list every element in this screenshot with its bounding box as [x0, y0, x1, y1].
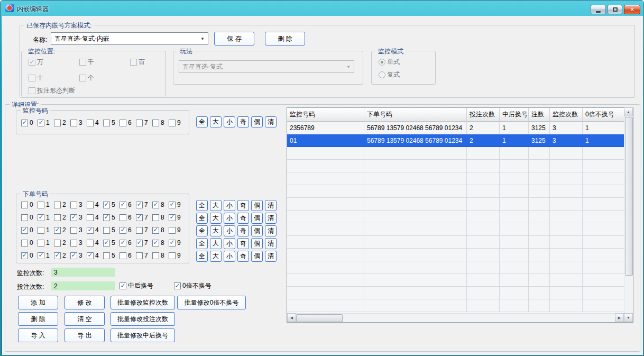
monitor-filter-all-button[interactable]: 全	[196, 116, 208, 127]
horizontal-scrollbar-thumb[interactable]	[296, 314, 343, 322]
table-header-col-2[interactable]: 投注次数	[467, 108, 500, 122]
order-row-1-digit-9-checkbox[interactable]	[169, 202, 176, 208]
order-row-1-filter-clear-button[interactable]: 清	[265, 200, 277, 211]
titlebar[interactable]: 内嵌编辑器 ✕	[1, 1, 643, 16]
order-row-2-filter-even-button[interactable]: 偶	[251, 213, 263, 224]
order-row-5-digit-2-checkbox[interactable]	[54, 252, 61, 259]
order-row-3-digit-8-checkbox[interactable]	[152, 227, 159, 234]
order-row-3-digit-0-checkbox[interactable]	[21, 227, 28, 234]
horizontal-scrollbar[interactable]: ◀ ▶	[287, 313, 624, 322]
close-button[interactable]: ✕	[624, 5, 640, 14]
order-row-3-digit-5-checkbox[interactable]	[103, 227, 110, 234]
order-row-1-digit-5-checkbox[interactable]	[103, 202, 110, 208]
monitor-digit-1-checkbox[interactable]	[38, 120, 44, 126]
order-row-1-digit-3-checkbox[interactable]	[70, 202, 77, 208]
order-row-1-filter-small-button[interactable]: 小	[224, 200, 235, 211]
change-after-win-checkbox[interactable]	[119, 282, 126, 289]
order-row-4-filter-small-button[interactable]: 小	[224, 238, 235, 249]
order-row-2-digit-5-checkbox[interactable]	[103, 214, 110, 221]
batch-modify-monitor-count-button[interactable]: 批量修改监控次数	[111, 296, 175, 309]
table-header-col-6[interactable]: 0倍不换号	[583, 108, 625, 122]
order-row-1-digit-0-checkbox[interactable]	[21, 202, 28, 208]
order-row-1-digit-2-checkbox[interactable]	[54, 202, 61, 208]
table-row[interactable]	[287, 249, 624, 261]
table-row[interactable]	[287, 299, 624, 312]
monitor-filter-clear-button[interactable]: 清	[265, 116, 277, 127]
vertical-scrollbar-thumb[interactable]	[625, 117, 633, 276]
order-row-3-filter-small-button[interactable]: 小	[224, 225, 235, 236]
minimize-button[interactable]	[591, 5, 606, 14]
monitor-filter-big-button[interactable]: 大	[210, 116, 222, 127]
order-row-2-filter-odd-button[interactable]: 奇	[237, 213, 249, 224]
table-row[interactable]	[287, 261, 624, 274]
scroll-left-button[interactable]: ◀	[287, 313, 296, 322]
order-row-3-filter-even-button[interactable]: 偶	[251, 225, 263, 236]
monitor-digit-9-checkbox[interactable]	[169, 120, 176, 126]
order-row-1-filter-even-button[interactable]: 偶	[251, 200, 263, 211]
order-row-4-digit-5-checkbox[interactable]	[103, 240, 110, 247]
order-row-3-digit-2-checkbox[interactable]	[54, 227, 61, 234]
table-header-col-4[interactable]: 注数	[529, 108, 550, 122]
table-row[interactable]: 235678956789 13579 02468 56789 012342131…	[287, 122, 624, 134]
maximize-button[interactable]	[608, 5, 622, 14]
order-row-1-digit-6-checkbox[interactable]	[119, 202, 126, 208]
order-row-2-digit-1-checkbox[interactable]	[38, 214, 44, 221]
scroll-up-button[interactable]: ▲	[624, 107, 633, 116]
monitor-count-input[interactable]: 3	[51, 268, 115, 277]
export-button[interactable]: 导 出	[65, 328, 105, 342]
monitor-digit-5-checkbox[interactable]	[103, 120, 110, 126]
order-row-5-filter-odd-button[interactable]: 奇	[237, 251, 249, 262]
monitor-filter-odd-button[interactable]: 奇	[237, 116, 249, 127]
order-row-1-filter-odd-button[interactable]: 奇	[237, 200, 249, 211]
order-row-3-digit-7-checkbox[interactable]	[136, 227, 143, 234]
table-row[interactable]	[287, 198, 624, 211]
bet-count-input[interactable]: 2	[51, 281, 115, 290]
order-row-5-digit-1-checkbox[interactable]	[38, 252, 44, 259]
order-row-2-filter-clear-button[interactable]: 清	[265, 213, 277, 224]
order-row-4-digit-0-checkbox[interactable]	[21, 240, 28, 247]
order-row-2-digit-9-checkbox[interactable]	[169, 214, 176, 221]
order-row-5-filter-even-button[interactable]: 偶	[251, 251, 263, 262]
table-header-col-5[interactable]: 监控次数	[550, 108, 583, 122]
order-row-3-digit-1-checkbox[interactable]	[38, 227, 44, 234]
order-row-4-digit-9-checkbox[interactable]	[169, 240, 176, 247]
order-row-4-filter-big-button[interactable]: 大	[210, 238, 222, 249]
order-row-3-digit-3-checkbox[interactable]	[70, 227, 77, 234]
import-button[interactable]: 导 入	[18, 328, 58, 342]
order-row-4-digit-6-checkbox[interactable]	[119, 240, 126, 247]
order-row-2-digit-8-checkbox[interactable]	[152, 214, 159, 221]
order-row-4-filter-clear-button[interactable]: 清	[265, 238, 277, 249]
order-row-5-filter-big-button[interactable]: 大	[210, 251, 222, 262]
zero-no-change-option[interactable]: 0倍不换号	[174, 281, 211, 290]
order-row-1-digit-7-checkbox[interactable]	[136, 202, 143, 208]
order-row-5-digit-7-checkbox[interactable]	[136, 252, 143, 259]
order-row-5-digit-4-checkbox[interactable]	[87, 252, 94, 259]
monitor-filter-small-button[interactable]: 小	[224, 116, 235, 127]
zero-no-change-checkbox[interactable]	[174, 282, 181, 289]
monitor-digit-7-checkbox[interactable]	[136, 120, 143, 126]
order-row-4-filter-odd-button[interactable]: 奇	[237, 238, 249, 249]
add-button[interactable]: 添 加	[18, 296, 58, 309]
order-row-5-digit-5-checkbox[interactable]	[103, 252, 110, 259]
order-row-2-digit-2-checkbox[interactable]	[54, 214, 61, 221]
order-row-2-digit-3-checkbox[interactable]	[70, 214, 77, 221]
batch-modify-zero-no-change-button[interactable]: 批量修改0倍不换号	[177, 296, 246, 309]
order-row-3-digit-6-checkbox[interactable]	[119, 227, 126, 234]
order-row-1-filter-big-button[interactable]: 大	[210, 200, 222, 211]
order-row-4-digit-2-checkbox[interactable]	[54, 240, 61, 247]
order-row-5-filter-all-button[interactable]: 全	[196, 251, 208, 262]
order-row-3-filter-clear-button[interactable]: 清	[265, 225, 277, 236]
order-row-2-filter-small-button[interactable]: 小	[224, 213, 235, 224]
vertical-scrollbar[interactable]: ▲ ▼	[624, 108, 633, 322]
order-row-2-filter-big-button[interactable]: 大	[210, 213, 222, 224]
order-row-1-digit-8-checkbox[interactable]	[152, 202, 159, 208]
scroll-right-button[interactable]: ▶	[615, 313, 624, 322]
order-row-5-digit-8-checkbox[interactable]	[152, 252, 159, 259]
monitor-digit-3-checkbox[interactable]	[70, 120, 77, 126]
order-row-3-digit-4-checkbox[interactable]	[87, 227, 94, 234]
delete-scheme-button[interactable]: 删 除	[265, 32, 305, 45]
monitor-digit-8-checkbox[interactable]	[152, 120, 159, 126]
table-row[interactable]	[287, 172, 624, 185]
save-button[interactable]: 保 存	[214, 32, 254, 45]
order-row-2-digit-4-checkbox[interactable]	[87, 214, 94, 221]
